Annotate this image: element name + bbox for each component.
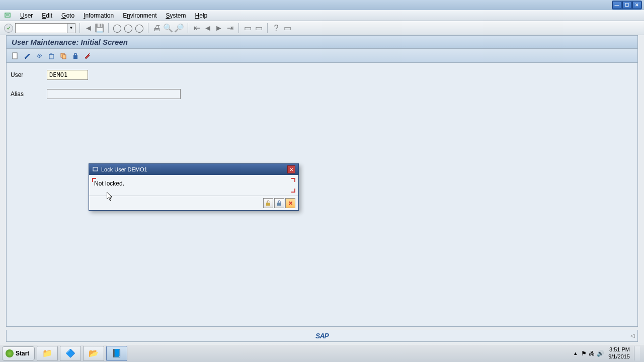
maximize-button[interactable]: ☐ <box>622 1 631 9</box>
alias-input[interactable] <box>47 89 181 99</box>
toolbar-separator <box>238 23 239 33</box>
menu-system[interactable]: System <box>162 11 190 20</box>
command-field[interactable]: ▼ <box>15 23 75 33</box>
system-tray: ▴ ⚑ 🖧 🔊 3:51 PM 9/1/2015 <box>574 346 642 360</box>
layout-icon[interactable]: ▭ <box>283 24 292 33</box>
copy-icon[interactable] <box>59 51 68 60</box>
application-toolbar <box>7 49 637 63</box>
tray-icons: ⚑ 🖧 🔊 <box>581 350 604 357</box>
close-button[interactable]: ✕ <box>632 1 641 9</box>
next-page-icon[interactable]: ► <box>214 24 223 33</box>
standard-toolbar: ▼ ◄ 💾 ◯ ◯ ◯ 🖨 🔍 🔎 ⇤ ◄ ► ⇥ ▭ ▭ ? ▭ <box>0 21 644 35</box>
taskbar: Start 📁 🔷 📂 📘 ▴ ⚑ 🖧 🔊 3:51 PM 9/1/2015 <box>0 344 644 362</box>
lock-user-dialog: Lock User DEMO1 ✕ Not locked. ✕ <box>89 163 299 211</box>
tray-expand-icon[interactable]: ▴ <box>574 350 577 356</box>
menu-environment[interactable]: Environment <box>119 11 160 20</box>
dialog-body: Not locked. <box>89 175 298 196</box>
save-icon[interactable]: 💾 <box>95 24 104 33</box>
edit-icon[interactable] <box>23 51 32 60</box>
svg-rect-8 <box>93 167 98 171</box>
dialog-titlebar[interactable]: Lock User DEMO1 ✕ <box>89 164 298 175</box>
unlock-button[interactable] <box>263 198 273 208</box>
menu-user[interactable]: User <box>16 11 37 20</box>
enter-button[interactable] <box>4 24 13 33</box>
page-title: User Maintenance: Initial Screen <box>7 36 637 49</box>
taskbar-powershell[interactable]: 🔷 <box>60 346 81 361</box>
tray-sound-icon[interactable]: 🔊 <box>597 350 604 357</box>
svg-point-2 <box>39 55 40 56</box>
form-area: User Alias <box>7 63 637 115</box>
toolbar-separator <box>267 23 268 33</box>
menu-goto[interactable]: Goto <box>57 11 78 20</box>
print-icon[interactable]: 🖨 <box>152 24 162 33</box>
user-input[interactable] <box>47 70 88 80</box>
statusbar: SAP ◁ <box>6 330 638 342</box>
dialog-footer: ✕ <box>89 196 298 210</box>
find-next-icon[interactable]: 🔎 <box>175 24 184 33</box>
start-button[interactable]: Start <box>2 346 35 360</box>
back-nav-icon[interactable]: ◯ <box>113 24 122 33</box>
tray-time: 3:51 PM <box>608 346 630 353</box>
toolbar-separator <box>79 23 80 33</box>
svg-rect-5 <box>62 55 66 59</box>
command-dropdown-icon[interactable]: ▼ <box>67 24 75 33</box>
tray-clock[interactable]: 3:51 PM 9/1/2015 <box>608 346 630 359</box>
minimize-button[interactable]: — <box>612 1 621 9</box>
exit-icon[interactable]: ◯ <box>124 24 133 33</box>
tray-network-icon[interactable]: 🖧 <box>589 350 595 357</box>
user-label: User <box>11 71 47 78</box>
lock-icon[interactable] <box>71 51 80 60</box>
svg-rect-3 <box>49 54 53 59</box>
svg-rect-6 <box>73 55 77 59</box>
svg-rect-0 <box>5 13 10 17</box>
toolbar-separator <box>148 23 148 33</box>
show-desktop-button[interactable] <box>634 346 640 360</box>
last-page-icon[interactable]: ⇥ <box>225 24 234 33</box>
back-icon[interactable]: ◄ <box>84 24 93 33</box>
menu-information[interactable]: Information <box>79 11 118 20</box>
menu-edit[interactable]: Edit <box>38 11 56 20</box>
alias-label: Alias <box>11 90 47 98</box>
user-row: User <box>11 70 633 80</box>
app-menu-icon[interactable] <box>4 12 12 20</box>
alias-row: Alias <box>11 89 633 99</box>
cancel-icon[interactable]: ◯ <box>135 24 144 33</box>
corner-decoration <box>291 189 295 193</box>
password-icon[interactable] <box>83 51 92 60</box>
svg-rect-9 <box>266 203 270 206</box>
delete-icon[interactable] <box>47 51 56 60</box>
menu-help[interactable]: Help <box>191 11 212 20</box>
first-page-icon[interactable]: ⇤ <box>192 24 201 33</box>
dialog-title-text: Lock User DEMO1 <box>101 166 147 172</box>
taskbar-sap[interactable]: 📘 <box>106 346 127 361</box>
start-orb-icon <box>6 349 14 357</box>
create-icon[interactable] <box>11 51 20 60</box>
start-label: Start <box>16 350 29 357</box>
cancel-button[interactable]: ✕ <box>285 198 295 208</box>
window-controls: — ☐ ✕ <box>612 1 642 10</box>
toolbar-separator <box>108 23 109 33</box>
corner-decoration <box>92 178 96 182</box>
new-session-icon[interactable]: ▭ <box>243 24 252 33</box>
svg-rect-10 <box>277 203 281 206</box>
dialog-close-button[interactable]: ✕ <box>287 165 295 173</box>
tray-date: 9/1/2015 <box>608 353 630 360</box>
taskbar-explorer[interactable]: 📁 <box>37 346 58 361</box>
help-icon[interactable]: ? <box>272 24 281 33</box>
taskbar-folder[interactable]: 📂 <box>83 346 104 361</box>
tray-flag-icon[interactable]: ⚑ <box>581 350 587 357</box>
svg-rect-1 <box>13 53 17 59</box>
display-icon[interactable] <box>35 51 44 60</box>
status-arrow-icon[interactable]: ◁ <box>630 332 634 339</box>
shortcut-icon[interactable]: ▭ <box>254 24 263 33</box>
window-titlebar: — ☐ ✕ <box>0 0 644 10</box>
svg-point-7 <box>89 53 90 54</box>
sap-logo: SAP <box>315 332 329 340</box>
prev-page-icon[interactable]: ◄ <box>203 24 212 33</box>
lock-button[interactable] <box>274 198 284 208</box>
menubar: User Edit Goto Information Environment S… <box>0 10 644 21</box>
corner-decoration <box>291 178 295 182</box>
dialog-icon <box>92 166 99 173</box>
find-icon[interactable]: 🔍 <box>164 24 173 33</box>
dialog-message: Not locked. <box>94 180 124 187</box>
